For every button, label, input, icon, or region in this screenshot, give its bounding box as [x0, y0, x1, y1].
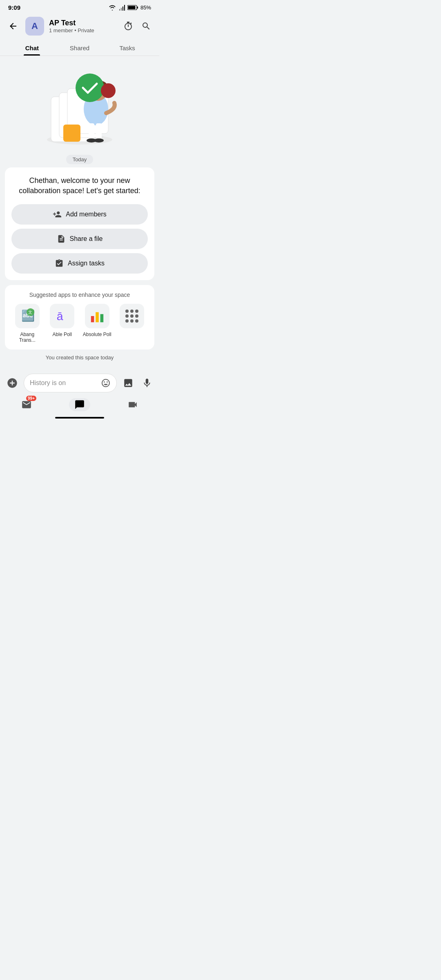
- welcome-card: Chethan, welcome to your new collaborati…: [5, 167, 154, 280]
- more-apps-icon: [120, 304, 144, 328]
- share-file-label: Share a file: [70, 235, 103, 243]
- svg-rect-24: [100, 314, 103, 323]
- input-placeholder: History is on: [30, 379, 98, 387]
- video-icon-wrap: [122, 398, 143, 411]
- date-label: Today: [66, 155, 94, 164]
- share-file-icon: [57, 234, 66, 243]
- hero-illustration: [27, 64, 133, 146]
- battery-percentage: 85%: [140, 4, 151, 11]
- add-members-label: Add members: [66, 211, 107, 218]
- hero-section: [0, 56, 159, 150]
- status-bar: 9:09 85%: [0, 0, 159, 13]
- svg-rect-15: [63, 125, 80, 142]
- nav-video[interactable]: [122, 398, 143, 411]
- space-avatar: A: [25, 17, 44, 36]
- svg-rect-2: [128, 6, 135, 9]
- mail-badge: 99+: [26, 396, 36, 401]
- welcome-text: Chethan, welcome to your new collaborati…: [11, 176, 148, 196]
- add-button[interactable]: [5, 376, 20, 390]
- mail-icon: [21, 399, 32, 410]
- space-meta: 1 member • Private: [49, 27, 116, 33]
- tab-chat[interactable]: Chat: [8, 40, 56, 56]
- top-bar: A AP Test 1 member • Private: [0, 13, 159, 40]
- tabs: Chat Shared Tasks: [0, 40, 159, 56]
- assign-tasks-label: Assign tasks: [68, 260, 105, 267]
- space-name: AP Test: [49, 19, 116, 27]
- svg-text:ā: ā: [57, 310, 63, 323]
- apps-row: 🔤 文 Abang Trans... ā Able Poll: [11, 304, 148, 343]
- back-button[interactable]: [6, 19, 20, 33]
- svg-point-14: [94, 138, 104, 143]
- absolute-poll-label: Absolute Poll: [83, 332, 111, 337]
- space-info: AP Test 1 member • Private: [49, 19, 116, 33]
- abang-trans-label: Abang Trans...: [11, 332, 43, 343]
- home-bar: [55, 417, 104, 419]
- svg-point-16: [76, 74, 104, 102]
- add-members-icon: [53, 210, 62, 219]
- media-button[interactable]: [121, 376, 136, 390]
- able-poll-icon: ā: [50, 304, 74, 328]
- mic-button[interactable]: [140, 376, 154, 390]
- app-absolute-poll[interactable]: Absolute Poll: [81, 304, 113, 343]
- message-input-pill[interactable]: History is on: [24, 374, 117, 392]
- created-today: You created this space today: [0, 354, 159, 361]
- svg-rect-1: [137, 7, 138, 9]
- signal-icon: [118, 5, 125, 11]
- top-actions: [121, 19, 154, 33]
- status-icons: 85%: [109, 4, 151, 11]
- bottom-bar: History is on: [0, 370, 159, 396]
- abang-trans-icon: 🔤 文: [15, 304, 40, 328]
- more-apps[interactable]: [116, 304, 148, 343]
- tab-shared[interactable]: Shared: [56, 40, 104, 56]
- svg-rect-12: [96, 123, 102, 140]
- svg-text:文: 文: [28, 310, 32, 315]
- search-button[interactable]: [139, 19, 154, 33]
- svg-rect-22: [91, 316, 94, 322]
- battery-icon: [127, 5, 138, 10]
- tab-tasks[interactable]: Tasks: [103, 40, 151, 56]
- date-chip: Today: [0, 155, 159, 164]
- assign-tasks-button[interactable]: Assign tasks: [11, 253, 148, 274]
- nav-bar: 99+: [0, 396, 159, 414]
- grid-dots: [125, 310, 138, 323]
- svg-point-17: [101, 83, 116, 98]
- wifi-icon: [109, 5, 116, 11]
- assign-tasks-icon: [55, 259, 64, 268]
- emoji-button[interactable]: [101, 378, 111, 388]
- nav-chat[interactable]: [69, 398, 90, 411]
- chat-nav-icon: [74, 399, 85, 410]
- add-members-button[interactable]: Add members: [11, 204, 148, 225]
- svg-rect-11: [89, 123, 94, 140]
- app-abang-trans[interactable]: 🔤 文 Abang Trans...: [11, 304, 43, 343]
- nav-mail[interactable]: 99+: [16, 398, 37, 411]
- suggested-apps-title: Suggested apps to enhance your space: [11, 292, 148, 298]
- svg-rect-23: [96, 312, 99, 323]
- status-time: 9:09: [8, 4, 20, 11]
- share-file-button[interactable]: Share a file: [11, 229, 148, 249]
- video-icon: [127, 399, 138, 410]
- scroll-content: Today Chethan, welcome to your new colla…: [0, 56, 159, 370]
- absolute-poll-icon: [85, 304, 109, 328]
- timer-button[interactable]: [121, 19, 136, 33]
- chat-icon-wrap: [69, 398, 90, 411]
- suggested-apps-section: Suggested apps to enhance your space 🔤 文…: [5, 285, 154, 350]
- able-poll-label: Able Poll: [53, 332, 72, 337]
- app-able-poll[interactable]: ā Able Poll: [47, 304, 78, 343]
- mail-icon-wrap: 99+: [16, 398, 37, 411]
